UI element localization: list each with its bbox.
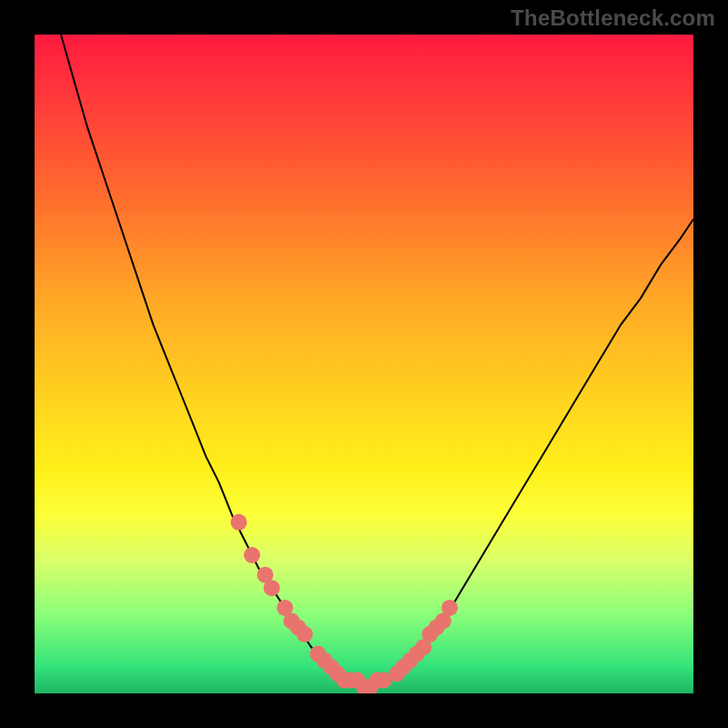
highlight-marker [264,580,280,596]
highlight-marker [297,626,313,642]
highlight-marker [244,547,260,563]
highlight-marker [230,514,247,531]
bottleneck-curve [61,35,693,687]
highlight-marker-group [230,514,458,693]
watermark-text: TheBottleneck.com [511,5,715,31]
highlight-marker [441,600,458,616]
chart-svg [35,35,693,693]
